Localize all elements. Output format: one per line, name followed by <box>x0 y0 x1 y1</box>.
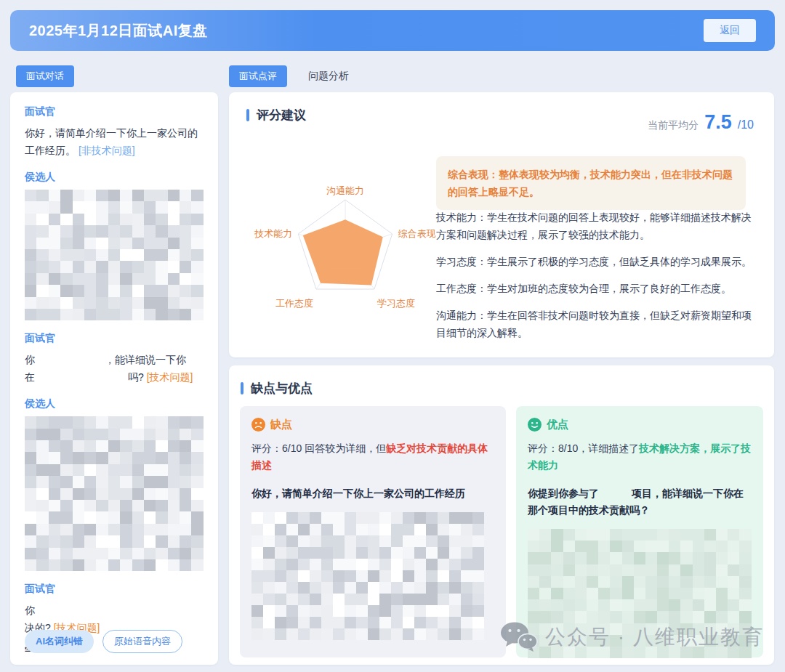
eval-work: 工作态度：学生对加班的态度较为合理，展示了良好的工作态度。 <box>436 280 756 297</box>
interviewer-message-1: 你好，请简单介绍一下你上一家公司的工作经历。 [非技术问题] <box>25 124 204 159</box>
candidate-label: 侯选人 <box>25 171 204 184</box>
original-audio-button[interactable]: 原始语音内容 <box>102 630 182 653</box>
svg-text:工作态度: 工作态度 <box>275 298 313 309</box>
candidate-label: 侯选人 <box>25 397 204 410</box>
censored-pros-answer <box>528 529 752 658</box>
ability-radar-chart: 沟通能力综合表现学习态度工作态度技术能力 <box>245 168 448 320</box>
score-text: 评分：8/10，详细描述了 <box>528 442 639 454</box>
back-button[interactable]: 返回 <box>704 19 756 42</box>
svg-text:技术能力: 技术能力 <box>254 228 292 239</box>
tab-problem-analysis[interactable]: 问题分析 <box>308 70 349 83</box>
chat-footer: AI名词纠错 原始语音内容 <box>25 630 182 653</box>
eval-learning: 学习态度：学生展示了积极的学习态度，但缺乏具体的学习成果展示。 <box>436 253 756 270</box>
eval-technical: 技术能力：学生在技术问题的回答上表现较好，能够详细描述技术解决方案和问题解决过程… <box>436 209 756 243</box>
frown-face-icon <box>251 418 265 432</box>
score-text: 评分：6/10 回答较为详细，但 <box>251 442 386 454</box>
interviewer-message-2: 你，能详细说一下你 在吗? [技术问题] <box>25 351 204 386</box>
section-title-text: 评分建议 <box>257 107 306 124</box>
score-panel: 评分建议 当前平均分 7.5 /10 沟通能力综合表现学习态度工作态度技术能力 … <box>229 92 774 357</box>
smile-face-icon <box>528 418 542 432</box>
cons-question: 你好，请简单介绍一下你上一家公司的工作经历 <box>251 485 494 502</box>
average-score-value: 7.5 <box>704 111 732 134</box>
tab-interview-dialog[interactable]: 面试对话 <box>16 65 74 87</box>
message-text: 你 <box>25 604 35 616</box>
radar-chart-svg: 沟通能力综合表现学习态度工作态度技术能力 <box>245 168 448 320</box>
svg-text:学习态度: 学习态度 <box>377 298 415 309</box>
average-score-label: 当前平均分 <box>648 119 699 132</box>
question-text: 你提到你参与了 <box>528 487 599 499</box>
evaluation-paragraphs: 技术能力：学生在技术问题的回答上表现较好，能够详细描述技术解决方案和问题解决过程… <box>436 209 756 351</box>
message-text: 你 <box>25 354 35 365</box>
message-text: 吗? <box>128 371 144 383</box>
non-technical-tag: [非技术问题] <box>78 145 135 156</box>
pros-card: 优点 评分：8/10，详细描述了技术解决方案，展示了技术能力 你提到你参与了项目… <box>516 406 763 657</box>
interviewer-label: 面试官 <box>25 583 204 596</box>
pros-header: 优点 <box>528 418 752 432</box>
chat-panel: 面试官 你好，请简单介绍一下你上一家公司的工作经历。 [非技术问题] 侯选人 面… <box>10 92 218 665</box>
section-bar-icon <box>246 109 249 121</box>
svg-text:沟通能力: 沟通能力 <box>326 185 364 196</box>
pros-label: 优点 <box>547 418 568 432</box>
interviewer-label: 面试官 <box>25 105 204 118</box>
svg-text:综合表现: 综合表现 <box>398 228 436 239</box>
ai-term-correction-button[interactable]: AI名词纠错 <box>25 630 94 653</box>
section-title-text: 缺点与优点 <box>251 380 313 397</box>
overall-summary-callout: 综合表现：整体表现较为均衡，技术能力突出，但在非技术问题的回答上略显不足。 <box>436 156 746 210</box>
pros-question: 你提到你参与了项目，能详细说一下你在那个项目中的技术贡献吗？ <box>528 485 752 519</box>
pros-cons-panel: 缺点与优点 缺点 评分：6/10 回答较为详细，但缺乏对技术贡献的具体描述 你好… <box>229 365 774 665</box>
cons-header: 缺点 <box>251 418 494 432</box>
cons-score-line: 评分：6/10 回答较为详细，但缺乏对技术贡献的具体描述 <box>251 440 494 474</box>
message-text: ，能详细说一下你 <box>105 354 186 365</box>
pros-score-line: 评分：8/10，详细描述了技术解决方案，展示了技术能力 <box>528 440 752 474</box>
section-bar-icon <box>241 382 243 394</box>
cons-label: 缺点 <box>270 418 292 432</box>
average-score: 当前平均分 7.5 /10 <box>648 111 754 134</box>
cons-card: 缺点 评分：6/10 回答较为详细，但缺乏对技术贡献的具体描述 你好，请简单介绍… <box>240 406 506 657</box>
eval-communication: 沟通能力：学生在回答非技术问题时较为直接，但缺乏对薪资期望和项目细节的深入解释。 <box>436 307 756 341</box>
censored-candidate-answer-1 <box>25 190 204 320</box>
censored-cons-answer <box>251 512 484 640</box>
pros-cons-section-title: 缺点与优点 <box>241 380 762 397</box>
page-header: 2025年1月12日面试AI复盘 返回 <box>10 10 775 51</box>
page-title: 2025年1月12日面试AI复盘 <box>29 21 208 41</box>
average-score-denominator: /10 <box>738 118 754 131</box>
interviewer-label: 面试官 <box>25 332 204 345</box>
tab-interview-review[interactable]: 面试点评 <box>229 65 287 87</box>
censored-candidate-answer-2 <box>25 416 204 571</box>
technical-tag: [技术问题] <box>147 371 193 383</box>
message-text: 在 <box>25 371 35 383</box>
